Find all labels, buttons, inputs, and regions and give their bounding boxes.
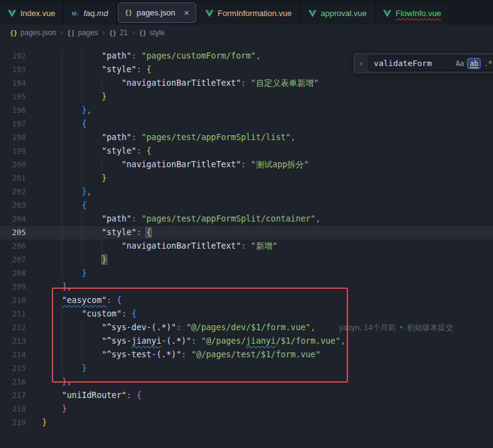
line-number[interactable]: 197 [0, 117, 42, 131]
line-number[interactable]: 210 [0, 294, 42, 307]
breadcrumb-separator: › [60, 28, 63, 37]
line-content: { [42, 199, 87, 212]
vscode-window: Index.vueM↓faq.md{}pages.json×FormInform… [0, 0, 493, 448]
line-content: { [42, 117, 87, 131]
line-number[interactable]: 198 [0, 131, 42, 144]
code-line-194[interactable]: 194 "navigationBarTitleText": "自定义表单新增" [0, 77, 493, 90]
find-toggle-whole-word[interactable]: ab [468, 59, 480, 68]
code-line-217[interactable]: 217 "uniIdRouter": { [0, 389, 493, 402]
line-number[interactable]: 206 [0, 239, 42, 253]
git-blame-annotation: yaoyn, 14个月前 • 初始版本提交 [339, 323, 453, 332]
symbol-icon: {} [139, 30, 146, 36]
code-line-196[interactable]: 196 }, [0, 104, 493, 117]
line-content: "style": { [42, 144, 151, 158]
line-content: "navigationBarTitleText": "自定义表单新增" [42, 77, 318, 90]
code-line-215[interactable]: 215 } [0, 362, 493, 375]
code-line-210[interactable]: 210 "easycom": { [0, 294, 493, 307]
line-number[interactable]: 215 [0, 362, 42, 375]
breadcrumb-label: style [149, 28, 165, 37]
code-line-213[interactable]: 213 "^sys-jianyi-(.*)": "@/pages/jianyi/… [0, 334, 493, 348]
line-content: }, [42, 375, 72, 389]
toggle-replace-chevron-icon[interactable]: › [356, 59, 366, 68]
tab-faq-md[interactable]: M↓faq.md [64, 2, 117, 25]
line-content: } [42, 362, 87, 375]
line-number[interactable]: 214 [0, 348, 42, 362]
line-content: ], [42, 280, 72, 294]
line-number[interactable]: 195 [0, 90, 42, 104]
line-content: "style": { [42, 226, 152, 239]
close-tab-icon[interactable]: × [184, 8, 189, 17]
line-number[interactable]: 193 [0, 63, 42, 77]
breadcrumb-item-pages.json[interactable]: {}pages.json [10, 28, 56, 37]
line-number[interactable]: 207 [0, 253, 42, 267]
line-content: "^sys-dev-(.*)": "@/pages/dev/$1/form.vu… [42, 321, 453, 334]
editor[interactable]: 192 "path": "pages/customForm/form",193 … [0, 41, 493, 448]
code-line-204[interactable]: 204 "path": "pages/test/appFormSplit/con… [0, 212, 493, 226]
line-number[interactable]: 194 [0, 77, 42, 90]
code-line-211[interactable]: 211 "custom": { [0, 307, 493, 321]
line-content: "style": { [42, 63, 151, 77]
find-toggle-match-case[interactable]: Aa [454, 59, 466, 68]
line-number[interactable]: 208 [0, 267, 42, 280]
tab-forminformation-vue[interactable]: FormInformation.vue [197, 2, 300, 25]
code-line-212[interactable]: 212 "^sys-dev-(.*)": "@/pages/dev/$1/for… [0, 321, 493, 334]
line-content: } [42, 267, 87, 280]
code-line-219[interactable]: 219} [0, 416, 493, 429]
code-line-216[interactable]: 216 }, [0, 375, 493, 389]
tab-pages-json[interactable]: {}pages.json× [118, 2, 196, 23]
code-line-195[interactable]: 195 } [0, 90, 493, 104]
symbol-icon: [] [67, 30, 75, 36]
code-line-206[interactable]: 206 "navigationBarTitleText": "新增" [0, 239, 493, 253]
line-content: "easycom": { [42, 294, 122, 307]
breadcrumb-separator: › [102, 28, 105, 37]
line-number[interactable]: 192 [0, 49, 42, 63]
breadcrumb-item-pages[interactable]: []pages [67, 28, 98, 37]
line-number[interactable]: 211 [0, 307, 42, 321]
code-line-198[interactable]: 198 "path": "pages/test/appFormSplit/lis… [0, 131, 493, 144]
find-toggle-regex[interactable]: .* [482, 59, 493, 68]
line-number[interactable]: 205 [0, 226, 42, 239]
line-number[interactable]: 209 [0, 280, 42, 294]
find-input[interactable]: validateForm Aaab.* [368, 56, 493, 71]
code-line-208[interactable]: 208 } [0, 267, 493, 280]
line-number[interactable]: 219 [0, 416, 42, 429]
line-number[interactable]: 201 [0, 172, 42, 185]
line-number[interactable]: 203 [0, 199, 42, 212]
breadcrumb-label: pages [78, 28, 98, 37]
code-line-199[interactable]: 199 "style": { [0, 144, 493, 158]
code-line-214[interactable]: 214 "^sys-test-(.*)": "@/pages/test/$1/f… [0, 348, 493, 362]
find-query: validateForm [374, 59, 452, 68]
vue-file-icon [383, 10, 391, 17]
code-lines: 192 "path": "pages/customForm/form",193 … [0, 41, 493, 429]
line-number[interactable]: 216 [0, 375, 42, 389]
line-number[interactable]: 213 [0, 334, 42, 348]
tab-index-vue[interactable]: Index.vue [0, 2, 64, 25]
line-number[interactable]: 218 [0, 402, 42, 416]
line-number[interactable]: 200 [0, 158, 42, 172]
tab-flowinfo-vue[interactable]: FlowInfo.vue [375, 2, 450, 25]
line-number[interactable]: 217 [0, 389, 42, 402]
markdown-file-icon: M↓ [72, 10, 79, 17]
breadcrumb-item-style[interactable]: {}style [139, 28, 165, 37]
line-number[interactable]: 202 [0, 185, 42, 199]
line-number[interactable]: 212 [0, 321, 42, 334]
code-line-200[interactable]: 200 "navigationBarTitleText": "测试app拆分" [0, 158, 493, 172]
code-line-205[interactable]: 205 "style": { [0, 226, 493, 239]
code-line-202[interactable]: 202 }, [0, 185, 493, 199]
breadcrumb-item-21[interactable]: {}21 [109, 28, 128, 37]
tab-label: FormInformation.vue [218, 9, 292, 18]
code-line-197[interactable]: 197 { [0, 117, 493, 131]
line-content: "navigationBarTitleText": "测试app拆分" [42, 158, 309, 172]
code-line-201[interactable]: 201 } [0, 172, 493, 185]
line-number[interactable]: 196 [0, 104, 42, 117]
line-number[interactable]: 204 [0, 212, 42, 226]
vue-file-icon [8, 10, 16, 17]
code-line-209[interactable]: 209 ], [0, 280, 493, 294]
find-widget[interactable]: › validateForm Aaab.* [354, 53, 493, 73]
code-line-218[interactable]: 218 } [0, 402, 493, 416]
line-number[interactable]: 199 [0, 144, 42, 158]
tab-approval-vue[interactable]: approval.vue [300, 2, 375, 25]
code-line-207[interactable]: 207 } [0, 253, 493, 267]
code-line-203[interactable]: 203 { [0, 199, 493, 212]
line-content: } [42, 90, 107, 104]
